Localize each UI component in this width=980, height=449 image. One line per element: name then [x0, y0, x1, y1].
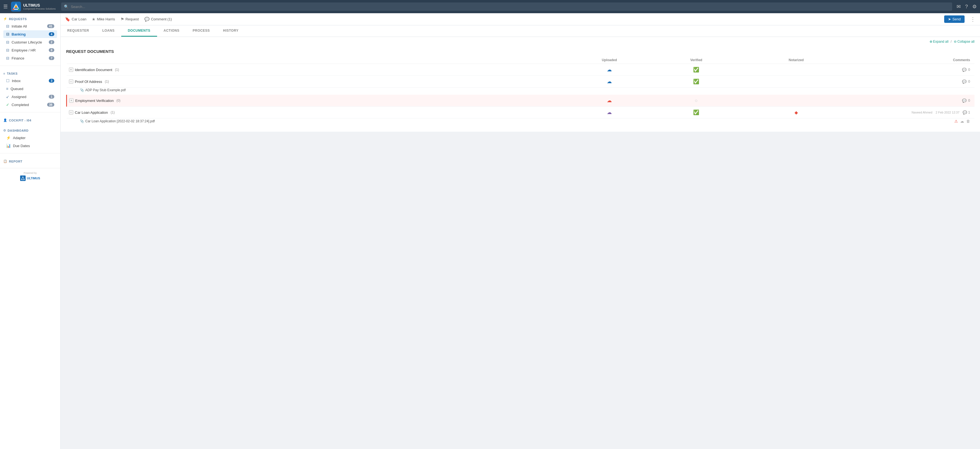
tab-history[interactable]: HISTORY — [216, 25, 245, 36]
svg-point-6 — [15, 3, 17, 5]
dashboard-section-title: ⊙ DASHBOARD — [3, 129, 57, 132]
doc-collapse-btn[interactable]: + — [69, 68, 73, 72]
doc-name: Identification Document — [75, 68, 113, 72]
assigned-icon: ↙ — [6, 95, 10, 99]
uploaded-cell: ☁ — [566, 76, 652, 87]
sidebar-item-initiate-all[interactable]: ⊟ Initiate All 41 — [3, 22, 57, 30]
doc-collapse-btn[interactable]: + — [69, 98, 73, 103]
adapter-icon: ⚡ — [6, 135, 11, 140]
upload-icon: ☁ — [607, 98, 612, 103]
doc-sub-row: 📎 Car Loan Application [2022-02-02 18:37… — [67, 119, 975, 127]
doc-name-cell: − Car Loan Application (1) — [69, 110, 564, 114]
send-icon: ➤ — [948, 17, 951, 21]
initiate-all-badge: 41 — [47, 24, 54, 28]
sidebar-item-finance[interactable]: ⊟ Finance 7 — [3, 54, 57, 62]
tab-process[interactable]: PROCESS — [186, 25, 216, 36]
app-logo: ULTIMUS Composed Process Solutions — [11, 2, 56, 11]
table-row: − Proof Of Address (1) ☁ ✅ 💬 0 — [67, 76, 975, 87]
upload-action-icon[interactable]: ☁ — [960, 119, 964, 124]
tab-documents[interactable]: DOCUMENTS — [121, 25, 157, 36]
paperclip-icon: 📎 — [80, 119, 84, 123]
queued-icon: ≡ — [6, 87, 8, 91]
dashboard-icon: ⊙ — [3, 129, 6, 132]
sidebar-item-customer-lifecycle[interactable]: ⊟ Customer Lifecycle 2 — [3, 38, 57, 46]
doc-count: (1) — [115, 68, 119, 71]
inbox-icon: ☐ — [6, 78, 10, 83]
documents-table: Uploaded Verified Notarized Comments + I… — [66, 57, 975, 126]
collapse-all-btn[interactable]: ⊖ Collapse all — [954, 40, 975, 43]
comment-count: 0 — [968, 79, 970, 84]
upload-icon: ☁ — [607, 109, 612, 115]
comment-count: 0 — [968, 68, 970, 71]
banking-icon: ⊟ — [6, 32, 10, 36]
tab-actions[interactable]: ACTIONS — [157, 25, 186, 36]
sidebar-item-employee-hr[interactable]: ⊟ Employee / HR 8 — [3, 46, 57, 54]
delete-action-icon[interactable]: 🗑 — [966, 119, 970, 124]
more-options-button[interactable]: ⋮ — [970, 16, 975, 22]
completed-icon: ✓ — [6, 103, 10, 107]
verified-cell: ✅ — [653, 106, 740, 119]
star-icon: ★ — [92, 17, 95, 22]
send-button[interactable]: ➤ Send — [944, 16, 964, 23]
topbar-request[interactable]: ⚑ Request — [121, 17, 138, 22]
app-name: ULTIMUS — [23, 3, 56, 8]
attachment-name: 📎 Car Loan Application [2022-02-02 18:37… — [80, 119, 851, 123]
content-area: 🔖 Car Loan ★ Mike Harris ⚑ Request 💬 Com… — [60, 13, 980, 449]
hamburger-menu[interactable]: ☰ — [3, 3, 8, 10]
documents-inner: ⊕ Expand all / ⊖ Collapse all REQUEST DO… — [60, 37, 980, 132]
doc-name-cell: + Employment Verification (0) — [69, 98, 563, 103]
col-comments-header: Comments — [853, 57, 975, 64]
doc-name-cell: + Identification Document (1) — [69, 68, 564, 72]
topbar-car-loan[interactable]: 🔖 Car Loan — [65, 17, 86, 22]
sidebar-item-assigned[interactable]: ↙ Assigned 1 — [3, 93, 57, 100]
sidebar-item-adapter[interactable]: ⚡ Adapter — [3, 134, 57, 141]
col-verified-header: Verified — [653, 57, 740, 64]
content-topbar: 🔖 Car Loan ★ Mike Harris ⚑ Request 💬 Com… — [60, 13, 980, 25]
comment-count: 0 — [968, 98, 970, 103]
due-dates-icon: 📊 — [6, 143, 11, 148]
comment-count: 1 — [968, 111, 970, 114]
verified-icon: ✅ — [693, 67, 699, 73]
doc-count: (1) — [105, 79, 109, 84]
topbar-comment[interactable]: 💬 Comment (1) — [145, 17, 172, 22]
employee-hr-badge: 8 — [49, 48, 54, 52]
sidebar-item-banking[interactable]: ⊟ Banking 4 — [3, 30, 57, 38]
search-input[interactable] — [71, 5, 950, 9]
settings-icon[interactable]: ⚙ — [972, 3, 977, 10]
collapse-circle-icon: ⊖ — [954, 40, 956, 43]
comments-cell: 💬 0 — [853, 64, 975, 76]
initiate-all-icon: ⊟ — [6, 24, 10, 29]
tab-loans[interactable]: LOANS — [95, 25, 121, 36]
comments-cell: 💬 0 — [853, 76, 975, 87]
sidebar: ⚡ REQUESTS ⊟ Initiate All 41 ⊟ Banking 4… — [0, 13, 60, 449]
sidebar-item-queued[interactable]: ≡ Queued — [3, 85, 57, 92]
sidebar-item-due-dates[interactable]: 📊 Due Dates — [3, 142, 57, 149]
verified-cell: ✅ — [653, 64, 740, 76]
tabs-bar: REQUESTER LOANS DOCUMENTS ACTIONS PROCES… — [60, 25, 980, 37]
file-name: ADP Pay Stub Example.pdf — [86, 88, 126, 92]
col-notarized-header: Notarized — [740, 57, 853, 64]
powered-by-logo: ULTIMUS — [27, 176, 40, 180]
doc-collapse-btn[interactable]: − — [69, 79, 73, 84]
doc-count: (0) — [116, 98, 121, 103]
comment-icon: 💬 — [962, 79, 967, 84]
finance-badge: 7 — [49, 56, 54, 60]
lightning-icon: ⚡ — [3, 17, 8, 21]
alert-action-icon[interactable]: ⚠ — [955, 119, 958, 124]
help-icon[interactable]: ? — [965, 4, 968, 10]
doc-collapse-btn[interactable]: − — [69, 110, 73, 114]
sidebar-item-completed[interactable]: ✓ Completed 38 — [3, 101, 57, 108]
dashboard-section: ⊙ DASHBOARD ⚡ Adapter 📊 Due Dates — [0, 125, 60, 151]
verified-cell: ○ — [653, 95, 740, 106]
expand-all-btn[interactable]: ⊕ Expand all — [929, 40, 948, 43]
doc-name: Car Loan Application — [75, 111, 108, 114]
topbar-mike-harris[interactable]: ★ Mike Harris — [92, 17, 115, 22]
search-bar[interactable]: 🔍 — [61, 3, 952, 11]
sidebar-item-inbox[interactable]: ☐ Inbox 3 — [3, 77, 57, 84]
col-uploaded-header: Uploaded — [566, 57, 652, 64]
comment-bubble-icon: 💬 — [145, 17, 150, 22]
tab-requester[interactable]: REQUESTER — [60, 25, 95, 36]
message-icon[interactable]: ✉ — [956, 3, 961, 10]
doc-meta-user: Naveed Ahmed — [912, 111, 932, 114]
comment-icon: 💬 — [963, 111, 967, 114]
